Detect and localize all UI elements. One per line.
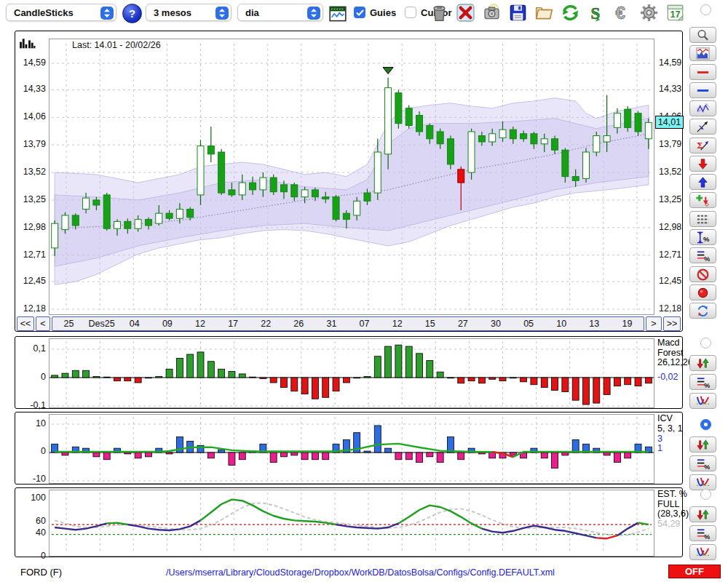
icv-lines-pct-button[interactable]: % [689, 455, 716, 471]
icv-y-label: 0 [17, 446, 46, 456]
help-icon[interactable]: ? [122, 4, 142, 23]
macd-value: -0,02 [657, 372, 678, 382]
icv-params-label: ICV5, 3, 1 [657, 414, 683, 434]
icv-values: 31 [657, 434, 662, 453]
zigzag-tool-button[interactable] [689, 100, 716, 116]
chevron-up-down-icon [215, 7, 229, 20]
red-line-tool-button[interactable] [689, 64, 716, 80]
icv-y-label: 10 [17, 418, 46, 428]
stochastic-y-label: 0 [17, 551, 46, 561]
vrange-tool-button[interactable]: % [689, 229, 716, 245]
svg-text:%: % [704, 532, 710, 540]
y-axis-label: 13,52 [659, 167, 681, 177]
refresh-icon[interactable] [561, 3, 580, 23]
chart-type-select[interactable]: CandleSticks [6, 4, 116, 21]
sigma-tool-button[interactable]: Σ [689, 137, 716, 154]
euro-icon[interactable]: € [613, 3, 633, 23]
off-toggle-button[interactable]: OFF [668, 565, 721, 578]
y-axis-label: 13,79 [17, 139, 46, 149]
date-axis-label: 26 [282, 319, 315, 329]
symbol-label: FORD (F) [20, 567, 62, 578]
record-tool-button[interactable] [689, 284, 716, 300]
period-value: 3 mesos [154, 7, 191, 18]
macd-plot[interactable] [49, 338, 654, 408]
macd-curves-button[interactable] [689, 393, 716, 409]
y-axis-label: 12,98 [659, 222, 681, 232]
camera-icon[interactable] [482, 3, 502, 23]
triple-lines-tool-button[interactable] [689, 211, 716, 227]
nav-next-button[interactable]: > [646, 316, 662, 331]
blue-line-tool-button[interactable] [689, 82, 716, 98]
y-axis-label: 14,33 [659, 84, 681, 94]
nav-first-button[interactable]: << [17, 316, 34, 331]
folder-icon[interactable] [534, 3, 554, 23]
lines-pct-tool-button[interactable]: % [689, 247, 716, 263]
y-axis-label: 13,52 [17, 167, 46, 177]
swap-tool-button[interactable] [689, 303, 716, 319]
chevron-up-down-icon [307, 7, 320, 20]
arrow-down-red-tool-button[interactable] [689, 156, 716, 172]
icv-updown-button[interactable] [689, 436, 716, 453]
date-axis-label: 31 [315, 319, 348, 329]
interval-select[interactable]: dia [237, 4, 323, 21]
y-axis-label: 12,98 [17, 222, 46, 232]
est-updown-button[interactable] [689, 506, 716, 522]
y-axis-label: 13,25 [659, 194, 681, 204]
save-icon[interactable] [508, 3, 528, 23]
y-axis-label: 14,59 [17, 57, 46, 68]
stochastic-y-label: 100 [17, 493, 46, 503]
y-axis-label: 13,79 [659, 139, 681, 149]
date-axis-label: 05 [513, 319, 545, 329]
svg-text:%: % [704, 380, 710, 388]
nav-last-button[interactable]: >> [663, 316, 681, 331]
app-window: CandleSticks ? 3 mesos dia Guies [0, 0, 728, 582]
candlestick-plot[interactable] [49, 39, 654, 315]
main-chart-radio[interactable] [700, 4, 711, 15]
y-axis-label: 14,33 [17, 84, 46, 94]
interval-value: dia [245, 7, 259, 18]
block-tool-button[interactable] [689, 266, 716, 282]
trash-icon[interactable] [430, 3, 449, 23]
icv-plot[interactable] [49, 414, 654, 484]
macd-lines-pct-button[interactable]: % [689, 374, 716, 390]
stochastic-panel: Full Estocastico 10060400 EST. %FULL(28,… [15, 487, 683, 557]
period-select[interactable]: 3 mesos [146, 4, 232, 21]
current-price-tag: 14,01 [655, 116, 684, 129]
icv-radio[interactable] [700, 419, 711, 430]
main-chart-panel: 14,5914,3314,0613,7913,5213,2512,9812,71… [15, 31, 683, 332]
stochastic-plot[interactable] [49, 490, 654, 557]
date-axis-label: 13 [578, 319, 611, 329]
stats-tool-button[interactable] [689, 45, 716, 61]
chevron-up-down-icon [100, 7, 114, 20]
last-price-label: Last: 14.01 - 20/02/26 [72, 40, 161, 50]
est-curves-button[interactable] [689, 544, 716, 560]
y-axis-label: 14,06 [17, 111, 46, 121]
sync-icon[interactable]: S [587, 3, 606, 23]
date-axis-label: 12 [381, 319, 414, 329]
trend-tool-button[interactable] [689, 119, 716, 135]
chart-settings-icon[interactable] [329, 5, 347, 20]
est-radio[interactable] [700, 489, 711, 500]
guies-label: Guies [370, 7, 396, 18]
checkbox-check-icon [354, 7, 365, 18]
date-axis-label: 30 [479, 319, 512, 329]
arrow-up-blue-tool-button[interactable] [689, 174, 716, 190]
stochastic-params-label: EST. %FULL(28,3,6) [657, 490, 689, 519]
icv-y-label: -10 [17, 474, 46, 484]
est-lines-pct-button[interactable]: % [689, 525, 716, 541]
zoom-tool-button[interactable] [689, 27, 716, 43]
macd-updown-button[interactable] [689, 355, 716, 371]
svg-text:%: % [704, 462, 710, 470]
nav-prev-button[interactable]: < [36, 316, 50, 331]
delete-x-icon[interactable] [456, 3, 475, 23]
config-file-path: /Users/mserra/Library/CloudStorage/Dropb… [80, 567, 641, 578]
calendar-icon[interactable]: 17 [665, 3, 685, 23]
date-axis-label: 10 [545, 319, 578, 329]
macd-y-label: -0,1 [17, 400, 46, 410]
add-markers-tool-button[interactable] [689, 192, 716, 208]
gear-icon[interactable] [639, 3, 659, 23]
date-axis-label: 15 [414, 319, 446, 329]
icv-curves-button[interactable] [689, 474, 716, 490]
guies-checkbox[interactable]: Guies [354, 7, 396, 18]
macd-radio[interactable] [700, 338, 711, 348]
